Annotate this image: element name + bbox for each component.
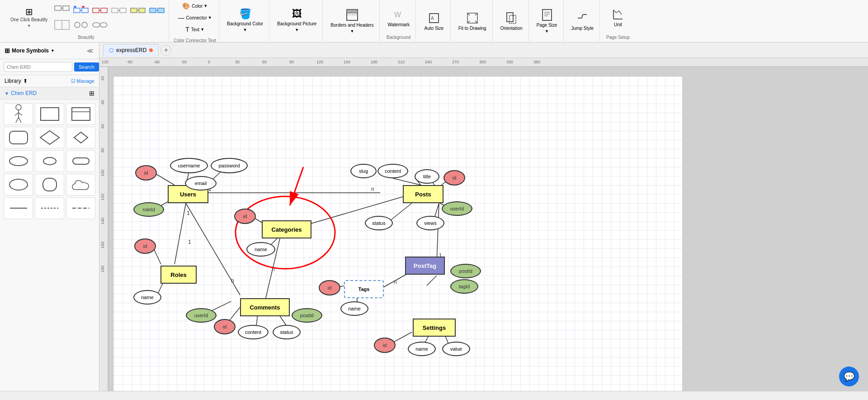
symbol-cloud[interactable] [66, 174, 95, 195]
beautify-layout-1[interactable] [53, 18, 71, 32]
symbol-rectangle[interactable] [35, 103, 64, 125]
attr-name-roles[interactable]: name [133, 290, 161, 305]
beautify-style-2[interactable] [72, 4, 90, 17]
symbol-line-solid[interactable] [4, 197, 33, 219]
add-tab-button[interactable]: + [160, 45, 171, 56]
beautify-layout-2[interactable] [72, 18, 90, 32]
one-click-beautify-button[interactable]: ⊞ One Click Beautify ▼ [6, 2, 52, 33]
attr-name-categories[interactable]: name [246, 242, 275, 257]
svg-text:90: 90 [289, 60, 294, 64]
unit-button[interactable]: Unit [604, 2, 632, 33]
attr-value-settings-label: value [450, 346, 462, 352]
beautify-style-4[interactable] [110, 4, 128, 17]
fit-to-drawing-button[interactable]: Fit to Drawing [455, 6, 490, 37]
beautify-style-6[interactable] [148, 4, 166, 17]
attr-username[interactable]: username [170, 158, 208, 173]
entity-settings-label: Settings [423, 324, 446, 331]
attr-status-posts[interactable]: status [365, 216, 393, 230]
search-button[interactable]: Search [74, 62, 99, 71]
symbol-line-dashed[interactable] [66, 197, 95, 219]
manage-link[interactable]: ☑ Manage [71, 78, 94, 84]
attr-views-posts[interactable]: views [416, 216, 444, 230]
symbol-rounded-rect-tall[interactable] [35, 174, 64, 195]
symbol-rectangle-header[interactable] [66, 103, 95, 125]
chat-bubble-button[interactable]: 💬 [839, 367, 859, 386]
tab-expresserd[interactable]: ⬡ expressERD [103, 44, 159, 57]
attr-name-tags[interactable]: name [340, 301, 368, 316]
beautify-style-1[interactable] [53, 4, 71, 17]
attr-password[interactable]: password [211, 158, 248, 173]
entity-categories[interactable]: Categories [262, 220, 311, 238]
sidebar-header: ⊞ More Symbols ▼ ≪ [0, 43, 99, 59]
collapse-sidebar-button[interactable]: ≪ [85, 46, 94, 55]
attr-tagid-posttag[interactable]: tagId [450, 279, 478, 294]
text-button[interactable]: T Text ▼ [176, 24, 214, 34]
beautify-style-3[interactable] [91, 4, 109, 17]
canvas[interactable]: 1 1 n 1 n [113, 76, 683, 391]
symbol-wide-ellipse[interactable] [4, 150, 33, 172]
color-label: Color [192, 4, 203, 9]
symbol-pill[interactable] [66, 150, 95, 172]
page-size-button[interactable]: Page Size ▼ [533, 6, 561, 37]
symbol-human[interactable] [4, 103, 33, 125]
attr-id-settings[interactable]: id [374, 338, 396, 353]
orientation-icon [505, 12, 518, 24]
borders-headers-button[interactable]: Borders and Headers ▼ [327, 6, 377, 37]
attr-value-settings[interactable]: value [442, 342, 470, 356]
attr-id-categories[interactable]: id [234, 209, 256, 224]
search-input[interactable] [4, 62, 72, 72]
entity-posts[interactable]: Posts [403, 185, 443, 203]
attr-status-comments[interactable]: status [273, 325, 301, 339]
beautify-style-5[interactable] [129, 4, 147, 17]
attr-email[interactable]: email [185, 176, 217, 190]
attr-roleid-users[interactable]: roleId [133, 202, 164, 217]
background-picture-button[interactable]: 🖼 Background Picture ▼ [274, 5, 320, 36]
attr-userid-comments[interactable]: userId [186, 308, 217, 323]
symbol-oval-wide[interactable] [4, 174, 33, 195]
orientation-button[interactable]: Orientation [497, 6, 526, 37]
canvas-area[interactable]: 1 1 n 1 n [108, 67, 868, 391]
entity-posttag[interactable]: PostTag [405, 257, 445, 275]
attr-name-settings[interactable]: name [408, 342, 436, 356]
attr-status-posts-label: status [372, 220, 385, 226]
attr-postid-comments[interactable]: postId [292, 308, 322, 323]
svg-line-135 [303, 194, 412, 226]
attr-title-posts[interactable]: title [415, 169, 439, 184]
attr-userid-posts[interactable]: userId [442, 201, 472, 216]
svg-text:240: 240 [425, 60, 432, 64]
entity-roles[interactable]: Roles [160, 266, 197, 284]
attr-id-tags[interactable]: id [319, 280, 340, 295]
symbol-small-ellipse[interactable] [35, 150, 64, 172]
attr-content-comments[interactable]: content [238, 325, 269, 339]
attr-slug-posts[interactable]: slug [350, 164, 377, 178]
jump-style-button[interactable]: Jump Style [568, 6, 597, 37]
entity-comments[interactable]: Comments [240, 298, 290, 316]
attr-id-posts[interactable]: id [443, 170, 465, 186]
color-button[interactable]: 🎨 Color ▼ [176, 1, 214, 11]
svg-text:80: 80 [100, 148, 105, 152]
chen-erd-expand-icon[interactable]: ⊞ [89, 90, 94, 97]
symbol-diamond-small[interactable] [66, 127, 95, 148]
attr-id-users[interactable]: id [135, 165, 157, 181]
bg-picture-section: 🖼 Background Picture ▼ [271, 0, 323, 43]
chen-erd-header[interactable]: ▼ Chen ERD ⊞ [0, 87, 99, 100]
tab-bar: ⬡ expressERD + [99, 43, 868, 58]
symbol-line-dotted[interactable] [35, 197, 64, 219]
attr-id-roles[interactable]: id [134, 238, 156, 254]
attr-content-posts[interactable]: content [377, 164, 408, 178]
watermark-button[interactable]: W Watermark [384, 2, 413, 33]
background-color-button[interactable]: 🪣 Background Color ▼ [224, 5, 266, 36]
jump-style-label: Jump Style [571, 26, 594, 31]
attr-id-comments[interactable]: id [214, 319, 236, 334]
erd-diagram: 1 1 n 1 n [113, 76, 682, 391]
entity-tags[interactable]: Tags [344, 280, 384, 298]
beautify-layout-3[interactable] [91, 18, 109, 32]
symbol-diamond[interactable] [35, 127, 64, 148]
connector-button[interactable]: — Connector ▼ [176, 13, 214, 23]
auto-size-button[interactable]: A Auto Size [420, 6, 448, 37]
library-title: Library ⬆ [5, 78, 28, 84]
svg-point-23 [82, 22, 87, 28]
symbol-rounded-rect[interactable] [4, 127, 33, 148]
entity-settings[interactable]: Settings [413, 319, 456, 337]
attr-postid-posttag[interactable]: postId [450, 264, 481, 278]
